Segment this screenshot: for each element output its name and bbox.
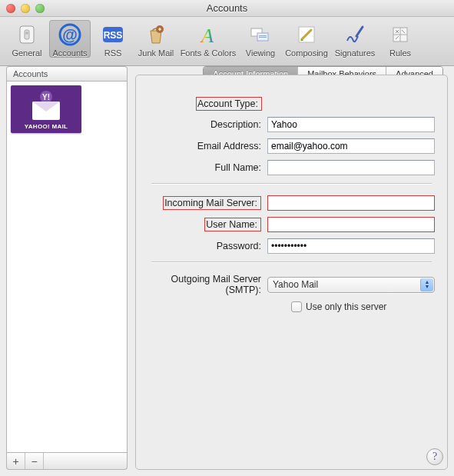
- add-account-button[interactable]: +: [7, 453, 25, 469]
- toolbar-signatures[interactable]: Signatures: [332, 20, 378, 58]
- row-incoming-server: Incoming Mail Server:: [148, 195, 435, 211]
- toolbar-viewing[interactable]: Viewing: [240, 20, 281, 58]
- username-label: User Name:: [204, 218, 261, 231]
- toolbar-fonts-colors[interactable]: A Fonts & Colors: [178, 20, 238, 58]
- account-yahoo-mail[interactable]: Y! YAHOO! MAIL: [11, 85, 81, 133]
- svg-text:@: @: [62, 26, 78, 43]
- smtp-select[interactable]: Yahoo Mail ▲▼: [267, 277, 435, 293]
- toolbar-junk-mail[interactable]: Junk Mail: [135, 20, 177, 58]
- separator: [151, 261, 432, 263]
- incoming-server-label: Incoming Mail Server:: [163, 196, 261, 210]
- toolbar-rss[interactable]: RSS RSS: [92, 20, 134, 58]
- viewing-icon: [247, 22, 273, 48]
- description-label: Description:: [148, 119, 267, 130]
- at-sign-icon: @: [57, 22, 83, 48]
- preferences-toolbar: General @ Accounts RSS RSS Junk Mail A F…: [0, 17, 454, 66]
- toolbar-general[interactable]: General: [6, 20, 48, 58]
- row-smtp: Outgoing Mail Server (SMTP): Yahoo Mail …: [148, 274, 435, 295]
- window-title: Accounts: [0, 2, 454, 14]
- password-input[interactable]: [267, 238, 435, 254]
- toolbar-label: Viewing: [246, 48, 275, 58]
- email-input[interactable]: [267, 138, 435, 154]
- remove-account-button[interactable]: −: [25, 453, 44, 469]
- compose-icon: [293, 22, 320, 48]
- svg-point-2: [25, 32, 28, 35]
- svg-text:A: A: [200, 25, 214, 47]
- svg-rect-11: [259, 35, 267, 36]
- row-password: Password:: [148, 238, 435, 254]
- stepper-arrows-icon: ▲▼: [420, 278, 433, 291]
- row-description: Description:: [148, 117, 435, 132]
- row-account-type: Account Type:: [148, 97, 435, 111]
- titlebar: Accounts: [0, 0, 454, 17]
- account-type-label: Account Type:: [196, 97, 262, 111]
- accounts-list[interactable]: Y! YAHOO! MAIL: [6, 81, 128, 453]
- toolbar-rules[interactable]: Rules: [379, 20, 421, 58]
- smtp-label: Outgoing Mail Server (SMTP):: [148, 274, 267, 295]
- description-input[interactable]: [267, 117, 435, 132]
- junk-bag-icon: [143, 22, 169, 48]
- toolbar-label: Fonts & Colors: [181, 48, 237, 58]
- help-button[interactable]: ?: [426, 448, 443, 465]
- username-input[interactable]: [267, 217, 435, 232]
- password-label: Password:: [148, 241, 267, 251]
- account-name: YAHOO! MAIL: [25, 123, 68, 130]
- row-username: User Name:: [148, 217, 435, 232]
- gear-switch-icon: [14, 22, 40, 48]
- smtp-selected-value: Yahoo Mail: [273, 279, 318, 290]
- use-only-checkbox[interactable]: [291, 301, 302, 312]
- account-detail-pane: Account Information Mailbox Behaviors Ad…: [135, 66, 448, 470]
- use-only-label: Use only this server: [306, 301, 386, 312]
- rules-icon: [387, 22, 413, 48]
- svg-rect-12: [259, 37, 267, 38]
- envelope-icon: [32, 102, 60, 120]
- toolbar-label: Accounts: [52, 48, 87, 58]
- toolbar-composing[interactable]: Composing: [283, 20, 330, 58]
- sidebar-header: Accounts: [6, 66, 128, 81]
- row-use-only: Use only this server: [291, 301, 435, 312]
- fullname-label: Full Name:: [148, 162, 267, 173]
- email-label: Email Address:: [148, 141, 267, 151]
- toolbar-label: RSS: [104, 48, 122, 58]
- incoming-server-input[interactable]: [267, 195, 435, 211]
- signature-icon: [342, 22, 368, 48]
- rss-icon: RSS: [100, 22, 126, 48]
- toolbar-accounts[interactable]: @ Accounts: [49, 20, 91, 58]
- toolbar-label: Junk Mail: [138, 48, 174, 58]
- separator: [151, 183, 432, 185]
- accounts-sidebar: Accounts Y! YAHOO! MAIL + −: [6, 66, 128, 470]
- toolbar-label: Rules: [389, 48, 411, 58]
- row-email: Email Address:: [148, 138, 435, 154]
- toolbar-label: General: [12, 48, 41, 58]
- fonts-colors-icon: A: [195, 22, 221, 48]
- toolbar-label: Composing: [285, 48, 328, 58]
- toolbar-label: Signatures: [335, 48, 376, 58]
- svg-text:RSS: RSS: [104, 30, 123, 41]
- fullname-input[interactable]: [267, 160, 435, 175]
- row-fullname: Full Name:: [148, 160, 435, 175]
